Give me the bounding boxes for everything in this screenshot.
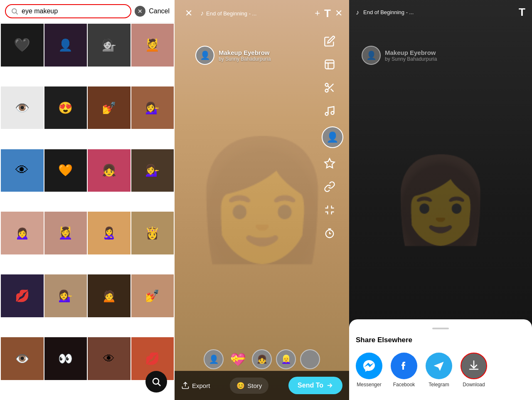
grid-item[interactable]: 💁‍♀️ <box>131 149 174 192</box>
grid-item[interactable]: 😍 <box>44 86 87 129</box>
grid-item[interactable]: 💆‍♀️ <box>44 212 87 254</box>
svg-point-11 <box>331 111 334 114</box>
export-icon <box>181 381 190 390</box>
grid-item[interactable]: 💅 <box>131 274 174 317</box>
right-panel: 👩 ♪ End of Beginning - ... T 👤 Makeup Ey… <box>349 0 532 400</box>
search-bar: ✕ Cancel <box>0 0 175 23</box>
grid-item[interactable]: 🧡 <box>44 149 87 192</box>
grid-item[interactable]: 💅 <box>88 86 131 129</box>
music-icon[interactable] <box>322 103 337 119</box>
grid-item[interactable]: 👧 <box>88 149 131 192</box>
thumb-4[interactable] <box>300 349 320 369</box>
send-arrow-icon <box>326 382 333 389</box>
video-editor-panel: 👩 ✕ ♪ End of Beginning - ... + T ✕ 👤 Mak… <box>175 0 349 400</box>
grid-item[interactable]: 💁‍♀️ <box>131 86 174 129</box>
scissors-icon[interactable] <box>322 80 337 96</box>
right-creator-avatar: 👤 <box>362 46 381 65</box>
sticker-icon[interactable] <box>322 57 337 72</box>
search-input-wrapper <box>5 4 131 18</box>
messenger-icon <box>356 353 382 379</box>
user-profile-icon[interactable]: 👤 <box>322 126 343 148</box>
grid-item[interactable]: 🖤 <box>1 24 44 67</box>
grid-item[interactable]: 👸 <box>131 212 174 254</box>
thumb-3[interactable]: 👱‍♀️ <box>276 349 296 369</box>
svg-line-1 <box>16 12 17 14</box>
share-messenger[interactable]: Messenger <box>356 353 382 388</box>
right-creator-sub: by Sunny Bahadurpuria <box>385 56 437 62</box>
grid-item[interactable]: 💆 <box>131 24 174 67</box>
close-editor-button[interactable]: ✕ <box>335 8 342 19</box>
grid-item[interactable]: 👁 <box>88 337 131 380</box>
share-download[interactable]: Download <box>461 353 487 388</box>
music-note-icon: ♪ <box>200 10 204 17</box>
story-icon: 😊 <box>236 382 245 390</box>
right-creator-name: Makeup Eyebrow <box>385 49 437 56</box>
right-music-note: ♪ <box>356 9 359 16</box>
share-icons-row: Messenger Facebook Tele <box>356 353 525 388</box>
thumb-2[interactable]: 👧 <box>252 349 272 369</box>
bottom-action-bar: Export 😊 Story Send To <box>175 371 349 400</box>
svg-line-9 <box>328 86 330 88</box>
messenger-label: Messenger <box>357 382 381 388</box>
svg-marker-12 <box>325 158 334 168</box>
grid-item[interactable]: 🙎‍♀️ <box>88 212 131 254</box>
placeholder-person: 👩 <box>190 132 335 268</box>
top-bar: ✕ ♪ End of Beginning - ... + T ✕ <box>175 0 349 27</box>
right-top-bar: ♪ End of Beginning - ... T <box>349 0 532 25</box>
grid-item[interactable]: 👁️ <box>1 86 44 129</box>
svg-line-8 <box>331 89 333 91</box>
telegram-icon <box>426 353 452 379</box>
search-panel: ✕ Cancel 🖤 👤 💁 💆 👁️ 😍 💅 💁‍♀️ <box>0 0 175 400</box>
search-fab[interactable] <box>145 371 167 393</box>
song-info: ♪ End of Beginning - ... <box>200 10 310 17</box>
crop-icon[interactable] <box>322 202 337 218</box>
creator-info: 👤 Makeup Eyebrow by Sunny Bahadurpuria <box>195 46 271 65</box>
share-panel-handle <box>432 328 449 329</box>
svg-line-3 <box>158 384 161 386</box>
share-telegram[interactable]: Telegram <box>426 353 452 388</box>
cancel-button[interactable]: Cancel <box>149 7 170 15</box>
story-label: Story <box>247 382 262 389</box>
results-grid: 🖤 👤 💁 💆 👁️ 😍 💅 💁‍♀️ 👁 🧡 <box>0 23 175 400</box>
facebook-icon <box>391 353 417 379</box>
grid-item[interactable]: 💁‍♀️ <box>44 274 87 317</box>
right-song-title: End of Beginning - ... <box>363 9 515 15</box>
send-to-label: Send To <box>298 382 323 389</box>
right-creator-info: 👤 Makeup Eyebrow by Sunny Bahadurpuria <box>362 46 437 65</box>
export-button[interactable]: Export <box>181 381 210 390</box>
grid-item[interactable]: 👤 <box>44 24 87 67</box>
clear-button[interactable]: ✕ <box>135 6 145 17</box>
story-button[interactable]: 😊 Story <box>230 378 268 394</box>
timer-icon[interactable] <box>322 225 337 241</box>
download-label: Download <box>463 382 485 388</box>
grid-item[interactable]: 👁️ <box>1 337 44 380</box>
text-tool-button[interactable]: T <box>324 7 331 20</box>
share-facebook[interactable]: Facebook <box>391 353 417 388</box>
add-button[interactable]: + <box>315 8 320 19</box>
search-input[interactable] <box>22 7 126 15</box>
export-label: Export <box>192 382 210 389</box>
svg-point-5 <box>325 84 328 86</box>
grid-item[interactable]: 💋 <box>1 274 44 317</box>
effects-icon[interactable] <box>322 156 337 171</box>
thumb-heart[interactable]: 💝 <box>228 349 248 369</box>
edit-icon[interactable] <box>322 33 337 49</box>
search-fab-icon <box>151 377 161 387</box>
grid-item[interactable]: 👀 <box>44 337 87 380</box>
grid-item[interactable]: 👁 <box>1 149 44 192</box>
close-button[interactable]: ✕ <box>181 6 196 21</box>
send-to-button[interactable]: Send To <box>288 377 342 394</box>
facebook-label: Facebook <box>393 382 415 388</box>
telegram-label: Telegram <box>429 382 449 388</box>
grid-item[interactable]: 💁 <box>88 24 131 67</box>
share-title: Share Elsewhere <box>356 336 525 344</box>
grid-item[interactable]: 🙍 <box>88 274 131 317</box>
grid-item[interactable]: 🙍‍♀️ <box>1 212 44 254</box>
link-icon[interactable] <box>322 179 337 195</box>
svg-point-0 <box>12 9 17 13</box>
song-title: End of Beginning - ... <box>206 10 256 17</box>
right-text-tool[interactable]: T <box>519 6 525 19</box>
svg-point-10 <box>325 113 328 116</box>
creator-avatar[interactable]: 👤 <box>195 46 214 65</box>
thumb-1[interactable]: 👤 <box>204 349 224 369</box>
